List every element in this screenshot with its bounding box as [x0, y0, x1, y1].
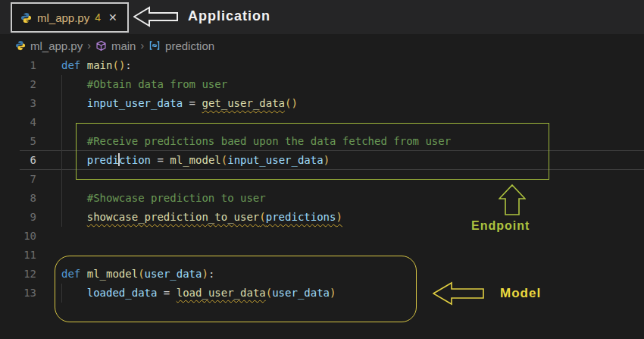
code-segment [61, 211, 87, 223]
line-number[interactable]: 9 [0, 208, 36, 227]
code-segment: #Receive predictions baed upon the data … [87, 135, 451, 147]
code-segment: main [87, 59, 113, 71]
code-line[interactable]: 6 prediction = ml_model(input_user_data) [0, 151, 644, 170]
code-segment: ( [266, 287, 272, 299]
code-line[interactable]: 4 [0, 113, 644, 132]
code-segment: ( [259, 211, 265, 223]
code-segment: def [61, 59, 87, 71]
symbol-method-icon [95, 40, 107, 52]
code-segment [61, 192, 87, 204]
code-segment: load_user_data [177, 287, 266, 299]
code-line[interactable]: 8 #Showcase prediction to user [0, 189, 644, 208]
code-segment: = [157, 287, 176, 299]
breadcrumb-item-file[interactable]: ml_app.py [30, 39, 83, 52]
code-segment [61, 97, 87, 109]
code-segment: ml_model [87, 268, 138, 280]
tab-ml-app[interactable]: ml_app.py 4 ✕ [11, 2, 129, 33]
line-number[interactable]: 4 [0, 113, 36, 132]
python-icon [15, 40, 26, 51]
code-line[interactable]: 1def main(): [0, 56, 644, 75]
line-number[interactable]: 12 [0, 265, 36, 284]
code-segment: def [61, 268, 87, 280]
tab-close-icon[interactable]: ✕ [108, 11, 117, 24]
python-icon [20, 12, 32, 24]
vscode-window: ml_app.py 4 ✕ Application ml_app.py › ma… [0, 0, 644, 339]
code-segment: ml_model [170, 154, 220, 166]
code-line-text: showcase_prediction_to_user(predictions) [61, 208, 342, 227]
tab-problem-badge: 4 [95, 11, 101, 24]
code-segment: ) [336, 211, 342, 223]
line-number[interactable]: 13 [0, 284, 36, 303]
code-line-text: def main(): [61, 56, 132, 75]
code-segment [61, 287, 87, 299]
code-segment: get_user_data [202, 97, 285, 109]
code-line-text: def ml_model(user_data): [61, 265, 214, 284]
code-segment [61, 78, 87, 90]
code-line[interactable]: 2 #Obtain data from user [0, 75, 644, 94]
code-segment [61, 154, 87, 166]
code-line[interactable]: 9 showcase_prediction_to_user(prediction… [0, 208, 644, 227]
line-number[interactable]: 5 [0, 132, 36, 151]
indent-guide [61, 75, 62, 227]
code-segment: user_data [272, 287, 330, 299]
code-segment: ction [119, 154, 151, 166]
code-line[interactable]: 12def ml_model(user_data): [0, 265, 644, 284]
line-number[interactable]: 2 [0, 75, 36, 94]
code-segment: : [208, 268, 214, 280]
code-line[interactable]: 11 [0, 246, 644, 265]
tab-bar: ml_app.py 4 ✕ [0, 0, 644, 34]
line-number[interactable]: 1 [0, 56, 36, 75]
code-segment: showcase_prediction_to_user [87, 211, 260, 223]
code-line[interactable]: 5 #Receive predictions baed upon the dat… [0, 132, 644, 151]
code-line-text: #Obtain data from user [61, 75, 227, 94]
breadcrumb-item-main[interactable]: main [111, 39, 136, 52]
code-segment: user_data [145, 268, 202, 280]
indent-guide [61, 284, 62, 303]
code-segment: ( [138, 268, 144, 280]
code-segment: predi [87, 154, 119, 166]
line-number[interactable]: 3 [0, 94, 36, 113]
line-number[interactable]: 7 [0, 170, 36, 189]
line-number[interactable]: 8 [0, 189, 36, 208]
code-line-text: prediction = ml_model(input_user_data) [61, 151, 330, 170]
code-segment: ( [112, 59, 118, 71]
code-segment: ) [202, 268, 208, 280]
symbol-variable-icon [148, 39, 161, 52]
breadcrumb: ml_app.py › main › prediction [15, 36, 214, 55]
code-segment: loaded_data [87, 287, 158, 299]
line-number[interactable]: 10 [0, 227, 36, 246]
code-line[interactable]: 3 input_user_data = get_user_data() [0, 94, 644, 113]
code-line-text: input_user_data = get_user_data() [61, 94, 298, 113]
tab-filename: ml_app.py [37, 11, 89, 24]
code-segment: #Showcase prediction to user [87, 192, 266, 204]
code-line[interactable]: 7 [0, 170, 644, 189]
code-segment: ) [291, 97, 297, 109]
code-segment: ) [324, 154, 330, 166]
code-line[interactable]: 13 loaded_data = load_user_data(user_dat… [0, 284, 644, 303]
code-line-text: loaded_data = load_user_data(user_data) [61, 284, 336, 303]
code-segment: input_user_data [227, 154, 323, 166]
chevron-right-icon: › [140, 39, 144, 52]
code-segment: #Obtain data from user [87, 78, 227, 90]
code-segment: input_user_data [87, 97, 183, 109]
code-segment [61, 135, 87, 147]
code-segment: = [183, 97, 202, 109]
code-editor[interactable]: 1def main():2 #Obtain data from user3 in… [0, 56, 644, 303]
code-segment: : [125, 59, 131, 71]
code-line[interactable]: 10 [0, 227, 644, 246]
chevron-right-icon: › [87, 39, 91, 52]
line-number[interactable]: 11 [0, 246, 36, 265]
line-number[interactable]: 6 [0, 151, 36, 170]
code-segment: predictions [266, 211, 336, 223]
code-segment: = [151, 154, 170, 166]
code-segment: ) [330, 287, 336, 299]
code-segment: ( [221, 154, 227, 166]
breadcrumb-item-prediction[interactable]: prediction [165, 39, 214, 52]
code-line-text: #Showcase prediction to user [61, 189, 266, 208]
code-line-text: #Receive predictions baed upon the data … [61, 132, 451, 151]
